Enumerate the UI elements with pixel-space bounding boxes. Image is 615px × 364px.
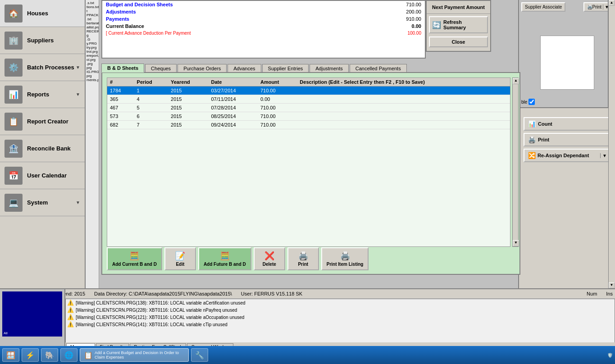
file-item: y.PRG [87,41,98,46]
cell-period: 5 [134,104,168,112]
tab-scrollbar-up-arrow[interactable]: ▲ [513,78,519,84]
cell-period: 6 [134,112,168,121]
add-future-bd-button[interactable]: 🧮 Add Future B and D [198,247,251,270]
status-ins: Ins [606,291,613,296]
taskbar-browser[interactable]: 🌐 [60,348,77,362]
taskbar-right: 🛡️ [607,353,613,358]
reports-icon: 📊 [5,86,23,104]
main-scrollbar-up[interactable]: ▲ [609,0,615,6]
supplier-associate-button[interactable]: Supplier Associate [521,2,565,12]
col-header-description: Description (Edit - Select Entry then F2… [297,78,510,86]
taskbar-start[interactable]: 🪟 [2,348,19,362]
taskbar-active-window[interactable]: 📋 Add a Current Budget and Decision In O… [80,348,189,362]
reassign-inner: 🔀 Re-Assign Dependant [528,152,589,159]
sidebar-item-batch-processes[interactable]: ⚙️ Batch Processes ▼ [0,54,85,81]
file-item: try.prg [87,46,98,50]
file-item: g [87,33,98,37]
sidebar-item-reconcile-bank[interactable]: 🏦 Reconcile Bank [0,135,85,162]
tab-vertical-scrollbar[interactable]: ▲ ▼ [512,77,519,247]
tab-scrollbar-down-arrow[interactable]: ▼ [513,240,519,246]
col-header-date: Date [208,78,257,86]
table-row[interactable]: 6827201509/24/2014710.00 [107,121,510,129]
warning-text-3: [Warning] CLIENTSCRN.PRG(121): XBT0116: … [76,315,244,320]
expand-arrow-icon: ▼ [76,65,80,70]
tab-cancelled-payments[interactable]: Cancelled Payments [350,64,407,73]
sidebar-item-system[interactable]: 💻 System ▼ [0,189,85,216]
status-bar: Period: 7 - October Yearend: 2015 Data D… [0,288,615,298]
reassign-dropdown-arrow[interactable]: ▼ [600,153,607,158]
cell-amount: 0.00 [258,95,297,104]
table-row[interactable]: 5736201508/25/2014710.00 [107,112,510,121]
sidebar-item-label: User Calendar [27,172,67,179]
cell-amount: 710.00 [258,112,297,121]
warning-text-1: [Warning] CLIENTSCRN.PRG(138): XBT0116: … [76,300,246,305]
bds-table: # Period Yearend Date Amount Description… [107,78,510,129]
info-row-payments: Payments 910.00 [102,15,425,23]
suppliers-icon: 🏢 [5,32,23,50]
tab-bds[interactable]: B & D Sheets [101,64,144,73]
table-row[interactable]: 4675201507/28/2014710.00 [107,104,510,112]
sidebar-item-report-creator[interactable]: 📋 Report Creator [0,108,85,135]
warning-line-4: ⚠️ [Warning] CLIENTSCRN.PRG(141): XBT011… [66,321,615,328]
taskbar-app2[interactable]: 🔧 [191,348,208,362]
refresh-summary-button[interactable]: 🔄 Refresh Summary [429,16,488,33]
left-panel-text: All [4,331,8,335]
print-button[interactable]: 🖨️ Print [287,247,319,270]
data-table-container: # Period Yearend Date Amount Description… [107,77,510,247]
status-data-dir: Data Directory: C:\DATA\asapdata2015FLYI… [94,291,232,296]
file-item: ereport.p [87,54,98,58]
sidebar: 🏠 Houses 🏢 Suppliers ⚙️ Batch Processes … [0,0,86,288]
main-scrollbar[interactable]: ▲ ▼ [608,0,615,288]
status-num: Num [587,291,597,296]
print-item-listing-label: Print Item Listing [327,262,364,267]
payments-label: Payments [102,15,362,23]
action-buttons: 🧮 Add Current B and D 📝 Edit 🧮 Add Futur… [107,247,369,270]
advance-amount: 100.00 [362,30,425,36]
sidebar-item-reports[interactable]: 📊 Reports ▼ [0,81,85,108]
print2-button[interactable]: 🖨️ Print [524,133,611,146]
tab-supplier-entries[interactable]: Supplier Entries [262,64,309,73]
cell-period: 7 [134,121,168,129]
tab-advances[interactable]: Advances [228,64,261,73]
reassign-button[interactable]: 🔀 Re-Assign Dependant ▼ [524,149,611,162]
sidebar-item-houses[interactable]: 🏠 Houses [0,0,85,27]
delete-button[interactable]: ❌ Delete [254,247,285,270]
sidebar-item-suppliers[interactable]: 🏢 Suppliers [0,27,85,54]
ble-checkbox[interactable] [528,99,535,105]
edit-button[interactable]: 📝 Edit [164,247,196,270]
taskbar-db[interactable]: 🐘 [41,348,58,362]
cell-period: 4 [134,95,168,104]
tab-adjustments[interactable]: Adjustments [310,64,349,73]
print2-icon: 🖨️ [528,136,536,143]
print-icon: 🖨️ [298,251,308,261]
col-header-num: # [107,78,134,86]
checkbox-area: ble [521,99,535,105]
top-info-panel: Budget and Decision Sheets 710.00 Adjust… [101,0,426,59]
tab-cheques[interactable]: Cheques [145,64,177,73]
close-button[interactable]: Close [429,36,488,47]
cell-yearend: 2015 [168,112,208,121]
taskbar-app1[interactable]: ⚡ [22,348,39,362]
tab-purchase-orders[interactable]: Purchase Orders [178,64,227,73]
table-row[interactable]: 3654201507/11/20140.00 [107,95,510,104]
info-row-adjustments: Adjustments 200.00 [102,8,425,15]
col-header-amount: Amount [258,78,297,86]
print-item-listing-button[interactable]: 🖨️ Print Item Listing [321,247,369,270]
cell-date: 07/28/2014 [208,104,257,112]
add-current-bd-button[interactable]: 🧮 Add Current B and D [107,247,162,270]
sidebar-item-user-calendar[interactable]: 📅 User Calendar [0,162,85,189]
col-header-yearend: Yearend [168,78,208,86]
main-scrollbar-down[interactable]: ▼ [609,282,615,288]
warning-icon-1: ⚠️ [67,300,74,306]
refresh-label: Refresh Summary [443,19,485,30]
file-item: RECEIF [87,29,98,33]
warning-icon-3: ⚠️ [67,314,74,320]
count-button[interactable]: 📊 Count [524,117,611,131]
tabs-bar: B & D Sheets Cheques Purchase Orders Adv… [101,61,520,72]
print-listing-icon: 🖨️ [340,251,350,261]
file-item: IG.PRG [87,70,98,74]
right-panel-buttons: ▲ ▼ 📊 Count 🖨️ Print 🔀 Re-Assign Dependa… [519,113,615,167]
table-row[interactable]: 17841201503/27/2014710.00 [107,86,510,95]
sidebar-item-label: Houses [27,10,48,17]
left-panel-inner: All [2,291,62,337]
